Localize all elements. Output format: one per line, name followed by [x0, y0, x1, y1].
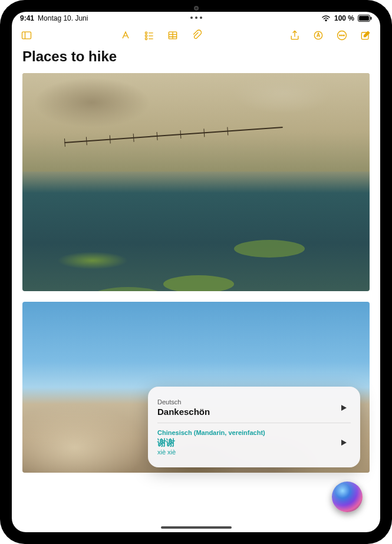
- siri-target-lang: Chinesisch (Mandarin, vereinfacht): [157, 429, 265, 436]
- siri-source-row: Deutsch Dankeschön: [157, 395, 351, 420]
- status-right: 100 %: [321, 14, 372, 22]
- markup-icon: [312, 29, 324, 41]
- wifi-icon: [321, 15, 331, 22]
- siri-orb[interactable]: [332, 482, 363, 512]
- more-button[interactable]: [333, 27, 351, 44]
- ipad-frame: 9:41 Montag 10. Juni 100 %: [0, 0, 392, 544]
- status-left: 9:41 Montag 10. Juni: [20, 14, 88, 22]
- siri-target-text: 谢谢: [157, 437, 265, 449]
- checklist-icon: [143, 29, 155, 41]
- more-icon: [336, 29, 348, 41]
- format-button[interactable]: [117, 27, 134, 44]
- siri-target-row: Chinesisch (Mandarin, vereinfacht) 谢谢 xi…: [157, 423, 351, 459]
- svg-rect-1: [359, 16, 369, 21]
- multitask-dots[interactable]: [190, 17, 202, 19]
- status-bar: 9:41 Montag 10. Juni 100 %: [12, 12, 380, 25]
- play-target-button[interactable]: [337, 436, 351, 450]
- battery-percent: 100 %: [334, 14, 354, 22]
- svg-point-18: [341, 35, 342, 36]
- svg-marker-22: [341, 440, 347, 446]
- toolbar: [12, 25, 380, 46]
- paperclip-icon: [190, 29, 202, 41]
- sidebar-icon: [21, 29, 32, 41]
- play-icon: [340, 439, 348, 447]
- svg-point-7: [145, 35, 147, 37]
- checklist-button[interactable]: [140, 27, 158, 44]
- fence-detail: [64, 127, 282, 143]
- table-button[interactable]: [164, 27, 182, 44]
- status-date: Montag 10. Juni: [38, 14, 88, 22]
- siri-source-lang: Deutsch: [157, 398, 210, 405]
- text-format-icon: [120, 29, 131, 41]
- note-image-1[interactable]: [22, 73, 370, 291]
- screen: 9:41 Montag 10. Juni 100 %: [12, 12, 380, 532]
- play-source-button[interactable]: [337, 401, 351, 415]
- svg-rect-3: [22, 32, 31, 39]
- share-button[interactable]: [286, 27, 304, 44]
- note-title: Places to hike: [22, 48, 370, 65]
- home-indicator[interactable]: [161, 526, 232, 529]
- front-camera: [194, 6, 199, 11]
- table-icon: [167, 29, 179, 41]
- compose-button[interactable]: [357, 27, 374, 44]
- siri-translation-card: Deutsch Dankeschön Chinesisch (Mandarin,…: [148, 387, 360, 467]
- battery-icon: [358, 15, 372, 22]
- share-icon: [289, 29, 301, 41]
- svg-point-5: [145, 32, 147, 34]
- svg-point-9: [145, 38, 147, 39]
- svg-point-19: [344, 35, 345, 36]
- svg-marker-21: [341, 405, 347, 411]
- svg-rect-2: [371, 17, 372, 20]
- markup-button[interactable]: [309, 27, 327, 44]
- siri-target-romanization: xiè xiè: [157, 449, 265, 456]
- siri-source-text: Dankeschön: [157, 407, 210, 417]
- attach-button[interactable]: [187, 27, 205, 44]
- sidebar-toggle-button[interactable]: [18, 27, 35, 44]
- play-icon: [340, 404, 348, 412]
- status-time: 9:41: [20, 14, 34, 22]
- svg-point-17: [340, 35, 341, 36]
- compose-icon: [360, 29, 371, 41]
